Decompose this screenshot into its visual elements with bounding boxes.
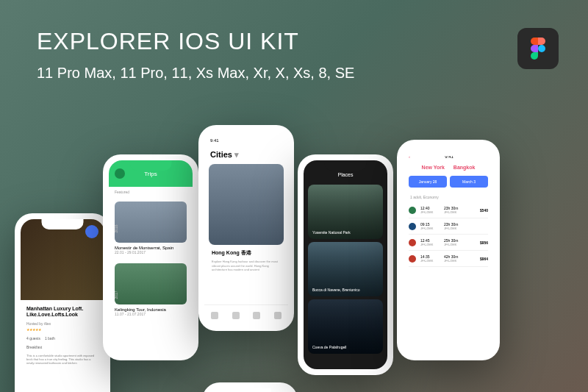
year-label: 2016: [114, 224, 118, 232]
phone-trips: Trips Featured 2016 Monestir de Montserr…: [103, 154, 198, 360]
place-card[interactable]: Yosemite National Park: [308, 185, 383, 239]
airline-icon: [409, 239, 416, 246]
flight-list: 12:40JFK-DMK23h 30mJFK-DMK$54009:15JFK-D…: [403, 202, 494, 267]
airline-icon: [409, 223, 416, 230]
listing-title: Manhattan Luxury Loft. Like.Love.Lofts.L…: [26, 306, 98, 318]
route-to[interactable]: Bangkok: [453, 165, 476, 170]
phone-mockups: Manhattan Luxury Loft. Like.Love.Lofts.L…: [15, 125, 573, 392]
listing-hero-image: [21, 219, 104, 300]
flight-route: JFK-DMK: [444, 210, 465, 214]
phone-flights: ‹9:41 New YorkBangkok January 28March 3 …: [397, 140, 500, 360]
notch: [426, 146, 471, 156]
place-card[interactable]: Cueva de Palafrugell: [308, 299, 383, 354]
flight-route: JFK-DMK: [444, 227, 465, 230]
featured-label: Featured: [109, 187, 193, 197]
trip-date: 22.01 - 29.01.2017: [115, 250, 187, 254]
route-from[interactable]: New York: [422, 165, 445, 170]
phone-listing: Manhattan Luxury Loft. Like.Love.Lofts.L…: [15, 213, 110, 392]
flight-route: JFK-DMK: [444, 243, 465, 246]
flight-row[interactable]: 09:15JFK-DMK23h 30mJFK-DMK: [409, 218, 488, 235]
flight-price: $540: [467, 208, 488, 213]
phone-cities: 9:41 Cities ▾ Hong Kong 香港 Explore Hong …: [198, 125, 294, 331]
favorite-badge[interactable]: [85, 225, 98, 238]
city-description: Explore Hong Kong harbour and discover t…: [212, 260, 281, 272]
listing-description: This is a comfortable studio apartment w…: [26, 354, 98, 366]
place-name: Bocca di Navene, Brentonico: [312, 288, 359, 292]
city-image[interactable]: [209, 164, 284, 245]
svg-point-0: [538, 45, 545, 52]
flight-row[interactable]: 12:40JFK-DMK23h 30mJFK-DMK$540: [409, 202, 488, 218]
flight-route: JFK-DMK: [420, 243, 441, 246]
tab-icon[interactable]: [232, 312, 240, 319]
airline-icon: [409, 255, 416, 263]
flight-price: $964: [467, 257, 488, 261]
year-label: 2017: [114, 291, 118, 299]
flight-route: JFK-DMK: [420, 259, 441, 263]
avatar-icon[interactable]: [115, 168, 125, 179]
phone-places: Places Yosemite National Park Bocca di N…: [298, 154, 393, 375]
cities-title: Cities ▾: [210, 150, 282, 160]
notch: [325, 160, 367, 171]
place-name: Yosemite National Park: [312, 230, 351, 235]
tab-icon[interactable]: [274, 312, 282, 319]
trip-thumb: [115, 202, 187, 243]
flight-row[interactable]: 12:45JFK-DMK25h 30mJFK-DMK$956: [409, 235, 488, 251]
meta-guests: 4 guests: [26, 336, 40, 341]
trip-thumb: [115, 263, 187, 304]
place-card[interactable]: Bocca di Navene, Brentonico: [308, 242, 383, 296]
flight-route: JFK-DMK: [444, 259, 465, 263]
trip-date: 11.07 - 21.07.2017: [115, 312, 187, 316]
product-title: EXPLORER IOS UI KIT: [37, 28, 299, 55]
flight-route: JFK-DMK: [420, 210, 441, 214]
airline-icon: [409, 207, 416, 214]
flight-row[interactable]: 14:35JFK-DMK42h 30mJFK-DMK$964: [409, 251, 488, 267]
notch: [130, 160, 172, 171]
tab-bar: [204, 304, 288, 325]
flight-price: $956: [467, 240, 488, 245]
rating-stars: ★★★★★: [26, 327, 98, 332]
back-icon[interactable]: ‹: [409, 154, 410, 159]
place-name: Cueva de Palafrugell: [312, 345, 346, 349]
depart-date-button[interactable]: January 28: [409, 176, 447, 188]
passenger-selector[interactable]: 1 adult, Economy: [403, 192, 494, 202]
notch: [226, 131, 268, 141]
meta-bath: 1 bath: [45, 336, 55, 341]
tab-icon[interactable]: [211, 312, 218, 319]
meta-breakfast: Breakfast: [26, 345, 42, 349]
trip-item[interactable]: Kelingking Tour, Indonesia11.07 - 21.07.…: [109, 259, 193, 321]
listing-host: Hosted by Alex: [26, 321, 98, 326]
product-subtitle: 11 Pro Max, 11 Pro, 11, Xs Max, Xr, X, X…: [37, 65, 354, 82]
phone-map: ‹Los Angeles⋮: [202, 382, 298, 392]
city-name: Hong Kong 香港: [212, 249, 281, 257]
figma-badge: [517, 28, 559, 69]
flight-route: JFK-DMK: [420, 227, 441, 230]
return-date-button[interactable]: March 3: [450, 176, 488, 188]
trip-item[interactable]: Monestir de Montserrat, Spain22.01 - 29.…: [109, 197, 193, 259]
figma-icon: [531, 38, 545, 60]
tab-icon[interactable]: [253, 312, 260, 319]
notch: [229, 388, 271, 392]
notch: [42, 219, 84, 229]
